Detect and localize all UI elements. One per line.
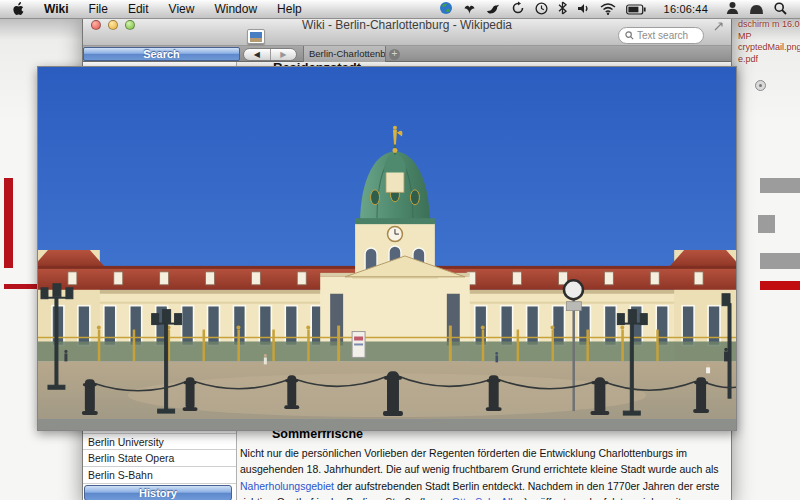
search-icon bbox=[625, 31, 634, 40]
globe-icon[interactable] bbox=[439, 1, 453, 15]
apple-menu[interactable] bbox=[0, 2, 34, 17]
article-link[interactable]: Otto-Suhr-Allee bbox=[452, 496, 524, 500]
prowl-icon[interactable] bbox=[749, 2, 764, 15]
menu-bar: Wiki FileEditViewWindowHelp 16:06:44 bbox=[0, 0, 800, 19]
tab-strip: Search ◀ ▶ Berlin-Charlottenb... + bbox=[83, 46, 731, 62]
menu-item-edit[interactable]: Edit bbox=[118, 2, 159, 16]
sync-icon[interactable] bbox=[511, 1, 525, 15]
desktop-icon-badge[interactable] bbox=[755, 80, 766, 91]
search-button[interactable]: Search bbox=[83, 47, 240, 61]
resize-corner-icon[interactable] bbox=[713, 21, 724, 32]
menu-item-view[interactable]: View bbox=[159, 2, 205, 16]
left-wing-roof bbox=[38, 268, 355, 290]
sidebar-item-berlin-state-opera[interactable]: Berlin State Opera bbox=[83, 450, 236, 467]
menu-item-file[interactable]: File bbox=[79, 2, 118, 16]
volume-icon[interactable] bbox=[577, 2, 590, 15]
article-link[interactable]: Naherholungsgebiet bbox=[240, 480, 334, 492]
text-search-field[interactable]: Text search bbox=[618, 27, 704, 44]
menu-status-area: 16:06:44 bbox=[434, 1, 800, 18]
desktop-gray-bar bbox=[758, 215, 775, 233]
status-icons bbox=[434, 1, 651, 18]
desktop-file-labels[interactable]: dschirm m 16.06.20MPcryptedMail.pnge.pdf bbox=[738, 19, 800, 65]
sidebar-item-berlin-university[interactable]: Berlin University bbox=[83, 433, 236, 450]
menu-app-name[interactable]: Wiki bbox=[34, 2, 79, 16]
desktop-red-bar bbox=[4, 178, 13, 268]
menu-item-window[interactable]: Window bbox=[204, 2, 267, 16]
palace-photo-overlay[interactable] bbox=[37, 66, 737, 431]
desktop-file-label[interactable]: MP bbox=[738, 31, 800, 43]
bird-icon[interactable] bbox=[486, 2, 501, 15]
clock-icon[interactable] bbox=[535, 2, 548, 15]
article-text: Berliner Straße bbox=[346, 496, 417, 500]
wifi-icon[interactable] bbox=[600, 3, 616, 15]
bluetooth-icon[interactable] bbox=[558, 1, 567, 15]
courtyard-sign bbox=[352, 332, 365, 358]
menu-items: FileEditViewWindowHelp bbox=[79, 2, 312, 16]
article-section: Sommerfrische Nicht nur die persönlichen… bbox=[240, 427, 731, 500]
right-wing-roof bbox=[435, 268, 736, 290]
plant-icon[interactable] bbox=[463, 1, 476, 15]
desktop-file-label[interactable]: cryptedMail.png bbox=[738, 42, 800, 54]
history-button[interactable]: History bbox=[84, 485, 232, 500]
user-icon[interactable] bbox=[726, 1, 739, 15]
sidebar-item-berlin-s-bahn[interactable]: Berlin S-Bahn bbox=[83, 467, 236, 484]
desktop-red-line bbox=[4, 284, 37, 289]
history-nav: ◀ ▶ bbox=[243, 48, 297, 61]
desktop-file-label[interactable]: e.pdf bbox=[738, 54, 800, 66]
desktop-gray-bar bbox=[760, 178, 800, 193]
desktop-file-label[interactable]: dschirm m 16.06.20 bbox=[738, 19, 800, 31]
desktop-gray-bar bbox=[760, 253, 800, 269]
spotlight-icon[interactable] bbox=[774, 2, 787, 15]
battery-icon[interactable] bbox=[626, 4, 646, 15]
menu-clock[interactable]: 16:06:44 bbox=[662, 3, 710, 15]
forward-button[interactable]: ▶ bbox=[271, 49, 297, 60]
back-button[interactable]: ◀ bbox=[244, 49, 271, 60]
search-placeholder: Text search bbox=[637, 30, 688, 41]
desktop-red-bar-right bbox=[760, 281, 800, 290]
tab-berlin-charlottenburg[interactable]: Berlin-Charlottenb... bbox=[303, 46, 386, 62]
new-tab-button[interactable]: + bbox=[389, 49, 400, 60]
schloss-charlottenburg-photo bbox=[38, 67, 736, 430]
article-text: (heute bbox=[416, 496, 452, 500]
foreground-pavement bbox=[38, 419, 736, 430]
article-text: Nicht nur die persönlichen Vorlieben der… bbox=[240, 447, 719, 475]
article-paragraph: Nicht nur die persönlichen Vorlieben der… bbox=[240, 445, 731, 500]
menu-item-help[interactable]: Help bbox=[267, 2, 312, 16]
image-thumbnail-icon[interactable] bbox=[247, 29, 265, 44]
menu-right-icons bbox=[721, 1, 792, 18]
apple-icon bbox=[12, 2, 25, 17]
